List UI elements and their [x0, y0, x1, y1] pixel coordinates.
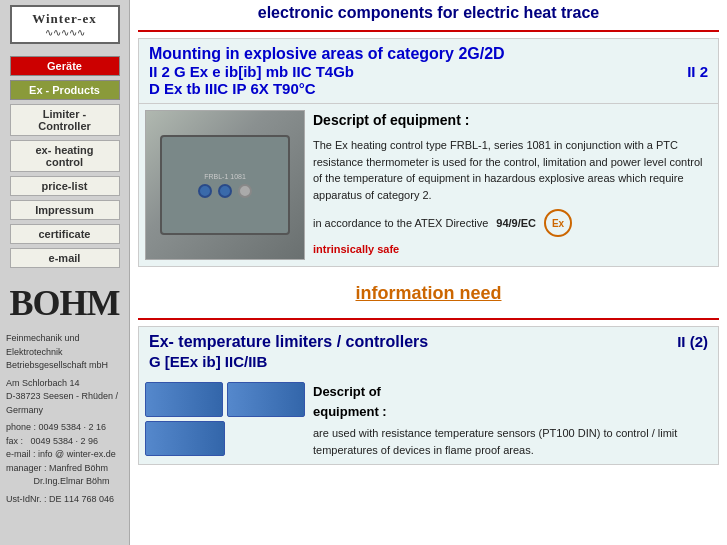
nav-certificate[interactable]: certificate: [10, 224, 120, 244]
page-title: electronic components for electric heat …: [138, 4, 719, 22]
atex-text: in accordance to the ATEX Directive: [313, 215, 488, 232]
product-badge2: II (2): [677, 333, 708, 351]
product-title-row2: II 2 G Ex e ib[ib] mb IIC T4Gb II 2: [149, 63, 708, 80]
device-small-2: [227, 382, 305, 417]
bohm-logo: BOHM: [10, 282, 120, 324]
nav-email[interactable]: e-mail: [10, 248, 120, 268]
device-small-1: [145, 382, 223, 417]
device-small-3: [145, 421, 225, 456]
nav-geraete[interactable]: Geräte: [10, 56, 120, 76]
device-connectors: [198, 184, 252, 198]
nav-impressum[interactable]: Impressum: [10, 200, 120, 220]
connector-3: [238, 184, 252, 198]
atex-directive: 94/9/EC: [496, 215, 536, 232]
image-inner-1: FRBL-1 1081: [146, 111, 304, 259]
info-need-link[interactable]: information need: [355, 283, 501, 303]
product-images-2: [145, 382, 305, 458]
main-content: electronic components for electric heat …: [130, 0, 727, 545]
info-need-row: information need: [138, 275, 719, 312]
logo-squiggle: ∿∿∿∿∿: [18, 27, 112, 38]
product-title-1: Mounting in explosive areas of category …: [149, 45, 708, 63]
product-badge-1: II 2: [687, 63, 708, 80]
desc-title-1: Descript of equipment :: [313, 110, 712, 131]
device-label: FRBL-1 1081: [204, 173, 246, 180]
nav-price[interactable]: price-list: [10, 176, 120, 196]
top-divider: [138, 30, 719, 32]
mid-divider: [138, 318, 719, 320]
intrinsic-safe-label: intrinsically safe: [313, 241, 712, 258]
desc-text-1: The Ex heating control type FRBL-1, seri…: [313, 137, 712, 203]
logo-text: Winter-ex: [18, 11, 112, 27]
company-info: Feinmechanik und Elektrotechnik Betriebs…: [0, 328, 129, 510]
product-subtitle-1: II 2 G Ex e ib[ib] mb IIC T4Gb: [149, 63, 354, 80]
product-desc-2: Descript of equipment : are used with re…: [313, 382, 712, 458]
product-subtitle2: G [EEx ib] IIC/IIB: [149, 353, 708, 370]
nav-limiter[interactable]: Limiter - Controller: [10, 104, 120, 136]
nav-ex-products[interactable]: Ex - Products: [10, 80, 120, 100]
devices-row: [145, 382, 305, 417]
nav-heating[interactable]: ex- heating control: [10, 140, 120, 172]
logo-box: Winter-ex ∿∿∿∿∿: [10, 5, 120, 44]
device-box: FRBL-1 1081: [160, 135, 290, 235]
product-image-1: FRBL-1 1081: [145, 110, 305, 260]
connector-2: [218, 184, 232, 198]
sidebar: Winter-ex ∿∿∿∿∿ Geräte Ex - Products Lim…: [0, 0, 130, 545]
product-body-2: Descript of equipment : are used with re…: [139, 376, 718, 464]
product-body-1: FRBL-1 1081 Descript of equipment : The …: [139, 104, 718, 266]
product-desc-1: Descript of equipment : The Ex heating c…: [313, 110, 712, 260]
product-header-1: Mounting in explosive areas of category …: [139, 39, 718, 104]
product-card-1: Mounting in explosive areas of category …: [138, 38, 719, 267]
product-title2-row: Ex- temperature limiters / controllers I…: [149, 333, 708, 351]
product-card-2: Ex- temperature limiters / controllers I…: [138, 326, 719, 465]
product-title2: Ex- temperature limiters / controllers: [149, 333, 428, 351]
desc-title-2: Descript of equipment :: [313, 382, 712, 421]
atex-row: in accordance to the ATEX Directive 94/9…: [313, 209, 712, 237]
desc-body-2: are used with resistance temperature sen…: [313, 425, 712, 458]
product-header-2: Ex- temperature limiters / controllers I…: [139, 327, 718, 376]
devices-row-2: [145, 421, 305, 456]
atex-badge-icon: Ex: [544, 209, 572, 237]
product-line3: D Ex tb IIIC IP 6X T90°C: [149, 80, 708, 97]
connector-1: [198, 184, 212, 198]
